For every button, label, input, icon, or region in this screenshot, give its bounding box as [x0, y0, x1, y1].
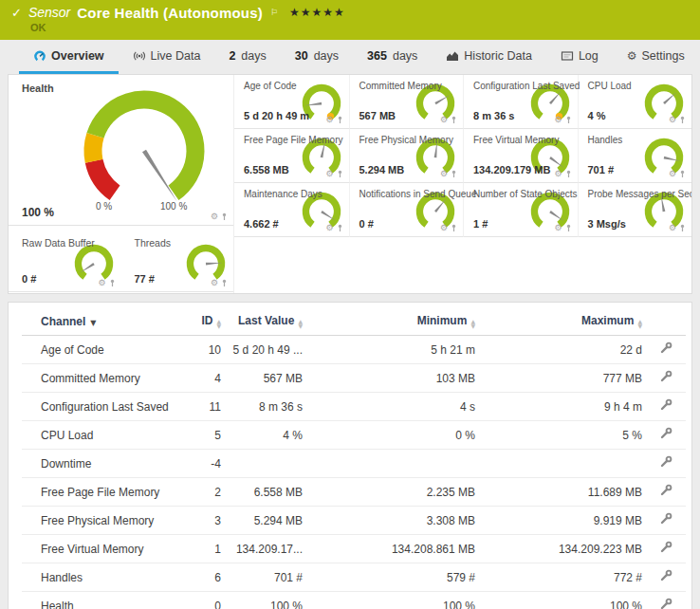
tab-settings[interactable]: ⚙Settings — [613, 40, 699, 74]
channel-table: Channel▼ID▲▼Last Value▲▼Minimum▲▼Maximum… — [22, 306, 686, 609]
gauge-pin-icon[interactable] — [451, 116, 457, 124]
cell-channel: Health — [22, 592, 181, 609]
channel-settings-wrench-icon[interactable] — [659, 455, 672, 469]
gauge-title: Configuration Last Saved — [473, 81, 580, 91]
gauge-settings-gear-icon[interactable]: ⚙ — [325, 170, 333, 178]
cell-maximum: 9.919 MB — [479, 507, 646, 535]
cell-id: 0 — [181, 592, 225, 609]
tab-live-data[interactable]: Live Data — [119, 40, 215, 74]
gauge-value: 0 # — [359, 218, 374, 230]
channel-settings-wrench-icon[interactable] — [659, 512, 672, 526]
gauge-pin-icon[interactable] — [451, 224, 457, 232]
tab-365-days[interactable]: 365days — [353, 40, 432, 74]
cell-actions — [646, 393, 686, 421]
gauge-value: 4 % — [588, 110, 606, 121]
cell-maximum: 772 # — [479, 563, 646, 592]
table-row: Free Page File Memory26.558 MB2.235 MB11… — [22, 478, 686, 507]
channel-settings-wrench-icon[interactable] — [659, 398, 672, 412]
gauge-settings-gear-icon[interactable]: ⚙ — [211, 212, 218, 221]
column-header-minimum[interactable]: Minimum▲▼ — [306, 306, 479, 336]
health-gauge-card: Health 0 % 100 % 100 % ⚙ — [9, 75, 233, 226]
gauge-settings-gear-icon[interactable]: ⚙ — [669, 116, 676, 124]
table-row: Downtime-4 — [22, 450, 686, 478]
gauge-settings-gear-icon[interactable]: ⚙ — [325, 224, 333, 232]
gauge-title: Raw Data Buffer — [22, 237, 95, 249]
gauge-settings-gear-icon[interactable]: ⚙ — [440, 170, 448, 178]
gauge-card-threads: Threads77 #⚙ — [121, 231, 234, 292]
gauge-settings-gear-icon[interactable]: ⚙ — [669, 170, 676, 178]
gauge-card-raw-data-buffer: Raw Data Buffer0 #⚙ — [9, 231, 121, 292]
sort-desc-icon: ▼ — [90, 319, 96, 327]
gauge-card-free-page-file-memory: Free Page File Memory6.558 MB⚙ — [234, 129, 349, 183]
gauge-settings-gear-icon[interactable]: ⚙ — [669, 224, 676, 232]
column-label: ID — [201, 314, 212, 327]
cell-last-value: 701 # — [225, 563, 306, 592]
channel-settings-wrench-icon[interactable] — [659, 541, 672, 554]
sort-icon: ▲▼ — [470, 319, 475, 328]
sort-icon: ▲▼ — [216, 319, 221, 328]
gauge-settings-gear-icon[interactable]: ⚙ — [554, 224, 562, 232]
gauge-pin-icon[interactable] — [337, 224, 343, 232]
gauge-card-free-virtual-memory: Free Virtual Memory134.209.179 MB⚙ — [463, 129, 578, 183]
tab-number: 365 — [367, 49, 387, 63]
channel-settings-wrench-icon[interactable] — [659, 569, 672, 582]
gauge-card-number-of-state-objects: Number of State Objects1 #⚙ — [463, 183, 578, 237]
gauge-pin-icon[interactable] — [679, 224, 686, 232]
tab-label: days — [241, 49, 266, 63]
tab-overview[interactable]: Overview — [19, 40, 119, 74]
tab-historic-data[interactable]: Historic Data — [432, 40, 546, 74]
gauge-value: 701 # — [588, 164, 615, 175]
gauge-grid: Age of Code5 d 20 h 49 m⚙Committed Memor… — [233, 75, 691, 293]
gauge-title: Committed Memory — [359, 81, 442, 91]
channel-settings-wrench-icon[interactable] — [659, 598, 672, 609]
cell-minimum: 100 % — [306, 592, 479, 609]
gauge-pin-icon[interactable] — [565, 116, 572, 124]
cell-minimum: 103 MB — [306, 364, 479, 393]
gauge-settings-gear-icon[interactable]: ⚙ — [98, 279, 105, 287]
tab-log[interactable]: Log — [546, 40, 613, 74]
tab-label: Live Data — [151, 49, 201, 63]
gauge-settings-gear-icon[interactable]: ⚙ — [554, 170, 562, 178]
channel-settings-wrench-icon[interactable] — [659, 427, 672, 440]
table-row: Age of Code105 d 20 h 49 ...5 h 21 m22 d — [22, 336, 686, 364]
gauge-pin-icon[interactable] — [337, 170, 343, 178]
cell-minimum: 2.235 MB — [306, 478, 479, 507]
cell-channel: Free Virtual Memory — [22, 535, 181, 563]
column-header-channel[interactable]: Channel▼ — [22, 306, 181, 336]
channel-settings-wrench-icon[interactable] — [659, 370, 672, 383]
gauge-settings-gear-icon[interactable]: ⚙ — [554, 116, 562, 124]
gauge-pin-icon[interactable] — [565, 224, 572, 232]
tab-30-days[interactable]: 30days — [281, 40, 353, 74]
gauge-settings-gear-icon[interactable]: ⚙ — [440, 116, 448, 124]
gauge-title: Free Page File Memory — [244, 135, 342, 145]
gauge-title: Notifications in Send Queue — [359, 189, 477, 199]
gauge-settings-gear-icon[interactable]: ⚙ — [211, 279, 218, 287]
gauge-pin-icon[interactable] — [221, 279, 228, 287]
channel-settings-wrench-icon[interactable] — [659, 484, 672, 497]
tab-label: Overview — [51, 49, 104, 63]
gauge-pin-icon[interactable] — [221, 212, 228, 221]
cell-last-value: 5 d 20 h 49 ... — [225, 336, 306, 364]
channel-settings-wrench-icon[interactable] — [659, 341, 672, 355]
priority-stars[interactable]: ★★★★★ — [289, 5, 345, 21]
cell-actions — [646, 364, 686, 393]
cell-minimum: 134.208.861 MB — [306, 535, 479, 563]
gauge-pin-icon[interactable] — [109, 279, 116, 287]
gauge-pin-icon[interactable] — [451, 170, 457, 178]
sensor-banner: ✓ Sensor Core Health (Autonomous)⚐ ★★★★★… — [0, 0, 700, 40]
gauge-settings-gear-icon[interactable]: ⚙ — [440, 224, 448, 232]
gauge-pin-icon[interactable] — [337, 116, 343, 124]
column-header-id[interactable]: ID▲▼ — [181, 306, 225, 336]
bottom-gauge-row: Raw Data Buffer0 #⚙Threads77 #⚙ — [9, 231, 233, 292]
column-header-last-value[interactable]: Last Value▲▼ — [225, 306, 306, 336]
cell-channel: Free Physical Memory — [22, 507, 181, 535]
gauge-settings-gear-icon[interactable]: ⚙ — [325, 116, 333, 124]
tab-2-days[interactable]: 2days — [214, 40, 280, 74]
broadcast-icon — [133, 49, 146, 63]
gauge-pin-icon[interactable] — [679, 116, 686, 124]
column-header-maximum[interactable]: Maximum▲▼ — [479, 306, 646, 336]
gauge-pin-icon[interactable] — [565, 170, 572, 178]
table-row: Handles6701 #579 #772 # — [22, 563, 686, 592]
cell-last-value — [225, 450, 306, 478]
gauge-pin-icon[interactable] — [679, 170, 686, 178]
